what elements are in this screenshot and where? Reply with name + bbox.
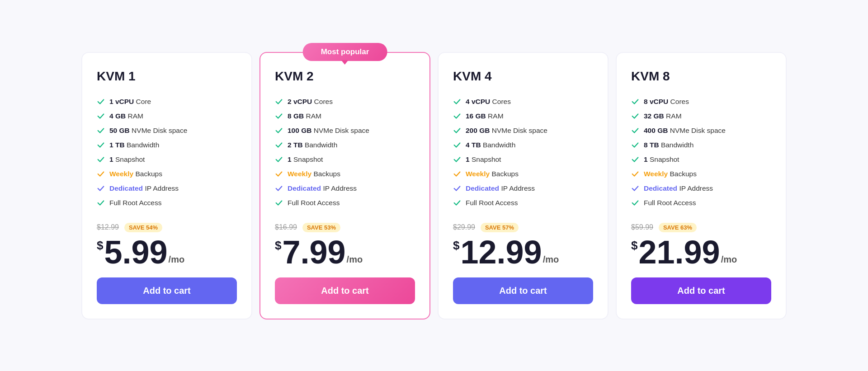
check-icon — [275, 155, 283, 164]
price-mo: /mo — [347, 254, 363, 265]
check-icon — [97, 184, 105, 193]
plan-title-kvm2: KVM 2 — [275, 69, 415, 84]
feature-text: 1 Snapshot — [288, 155, 323, 164]
feature-text: 8 vCPU Cores — [644, 98, 689, 106]
feature-bold: Weekly — [644, 170, 668, 178]
price-mo: /mo — [169, 254, 185, 265]
feature-item: Full Root Access — [631, 196, 771, 210]
feature-item: Dedicated IP Address — [631, 181, 771, 196]
check-icon — [453, 170, 461, 178]
feature-bold: 1 vCPU — [109, 98, 134, 105]
feature-text: 2 TB Bandwidth — [288, 141, 337, 149]
feature-bold: 100 GB — [288, 127, 311, 134]
feature-text: 4 TB Bandwidth — [466, 141, 515, 149]
save-badge: SAVE 57% — [481, 223, 519, 232]
check-icon — [97, 98, 105, 106]
feature-text: Dedicated IP Address — [644, 184, 713, 193]
feature-item: 200 GB NVMe Disk space — [453, 123, 593, 138]
price-dollar: $ — [97, 240, 103, 251]
pricing-section-kvm2: $16.99 SAVE 53% $ 7.99 /mo — [275, 223, 415, 268]
check-icon — [97, 199, 105, 207]
feature-bold: 1 — [466, 155, 470, 163]
feature-item: Full Root Access — [97, 196, 237, 210]
feature-item: 400 GB NVMe Disk space — [631, 123, 771, 138]
check-icon — [453, 112, 461, 120]
feature-bold: 1 TB — [109, 141, 125, 149]
save-badge: SAVE 53% — [302, 223, 340, 232]
feature-bold: 50 GB — [109, 127, 130, 134]
feature-item: 16 GB RAM — [453, 109, 593, 123]
original-price-row: $12.99 SAVE 54% — [97, 223, 237, 232]
plan-title-kvm4: KVM 4 — [453, 69, 593, 84]
plan-title-kvm1: KVM 1 — [97, 69, 237, 84]
add-to-cart-button-kvm8[interactable]: Add to cart — [631, 277, 771, 304]
feature-bold: 400 GB — [644, 127, 668, 134]
feature-text: Full Root Access — [109, 199, 161, 207]
check-icon — [631, 112, 639, 120]
current-price: $ 5.99 /mo — [97, 236, 237, 268]
pricing-section-kvm1: $12.99 SAVE 54% $ 5.99 /mo — [97, 223, 237, 268]
feature-text: 200 GB NVMe Disk space — [466, 127, 547, 135]
check-icon — [97, 170, 105, 178]
feature-item: 8 TB Bandwidth — [631, 138, 771, 152]
feature-bold: 32 GB — [644, 112, 664, 120]
feature-item: 1 Snapshot — [631, 152, 771, 167]
check-icon — [631, 199, 639, 207]
feature-item: 8 GB RAM — [275, 109, 415, 123]
price-amount: 12.99 — [460, 236, 542, 268]
feature-item: 1 Snapshot — [97, 152, 237, 167]
price-amount: 7.99 — [282, 236, 345, 268]
feature-text: 50 GB NVMe Disk space — [109, 127, 187, 135]
feature-text: Weekly Backups — [644, 170, 697, 178]
feature-item: Dedicated IP Address — [453, 181, 593, 196]
price-amount: 21.99 — [638, 236, 720, 268]
feature-item: 4 vCPU Cores — [453, 94, 593, 109]
feature-text: 1 Snapshot — [644, 155, 679, 164]
feature-item: 1 Snapshot — [453, 152, 593, 167]
feature-bold: 1 — [109, 155, 113, 163]
popular-badge: Most popular — [303, 43, 387, 61]
check-icon — [631, 141, 639, 149]
feature-bold: 2 TB — [288, 141, 303, 149]
feature-text: 2 vCPU Cores — [288, 98, 333, 106]
feature-text: 4 vCPU Cores — [466, 98, 511, 106]
original-price-row: $16.99 SAVE 53% — [275, 223, 415, 232]
feature-bold: Dedicated — [109, 184, 143, 192]
feature-text: 1 Snapshot — [109, 155, 145, 164]
price-dollar: $ — [453, 240, 459, 251]
check-icon — [97, 112, 105, 120]
feature-bold: 200 GB — [466, 127, 490, 134]
check-icon — [275, 127, 283, 135]
feature-bold: Dedicated — [644, 184, 677, 192]
feature-text: Dedicated IP Address — [109, 184, 179, 193]
check-icon — [453, 141, 461, 149]
feature-item: 1 Snapshot — [275, 152, 415, 167]
check-icon — [275, 141, 283, 149]
add-to-cart-button-kvm1[interactable]: Add to cart — [97, 277, 237, 304]
feature-bold: Dedicated — [466, 184, 499, 192]
feature-text: Dedicated IP Address — [466, 184, 535, 193]
add-to-cart-button-kvm4[interactable]: Add to cart — [453, 277, 593, 304]
feature-text: 32 GB RAM — [644, 112, 682, 120]
feature-item: Full Root Access — [453, 196, 593, 210]
check-icon — [275, 98, 283, 106]
feature-item: Dedicated IP Address — [97, 181, 237, 196]
save-badge: SAVE 54% — [124, 223, 162, 232]
feature-bold: 1 — [288, 155, 292, 163]
feature-item: 32 GB RAM — [631, 109, 771, 123]
feature-bold: 1 — [644, 155, 648, 163]
plan-card-kvm8: KVM 8 8 vCPU Cores 32 GB RAM 400 GB NVMe… — [616, 52, 787, 319]
feature-text: Dedicated IP Address — [288, 184, 357, 193]
feature-text: 4 GB RAM — [109, 112, 143, 120]
price-mo: /mo — [543, 254, 559, 265]
feature-text: 1 vCPU Core — [109, 98, 151, 106]
feature-item: 1 vCPU Core — [97, 94, 237, 109]
plan-card-kvm1: KVM 1 1 vCPU Core 4 GB RAM 50 GB NVMe Di… — [81, 52, 252, 319]
check-icon — [631, 127, 639, 135]
feature-bold: 4 GB — [109, 112, 126, 120]
plan-title-kvm8: KVM 8 — [631, 69, 771, 84]
pricing-grid: KVM 1 1 vCPU Core 4 GB RAM 50 GB NVMe Di… — [81, 52, 787, 319]
add-to-cart-button-kvm2[interactable]: Add to cart — [275, 277, 415, 304]
price-dollar: $ — [275, 240, 281, 251]
check-icon — [453, 127, 461, 135]
